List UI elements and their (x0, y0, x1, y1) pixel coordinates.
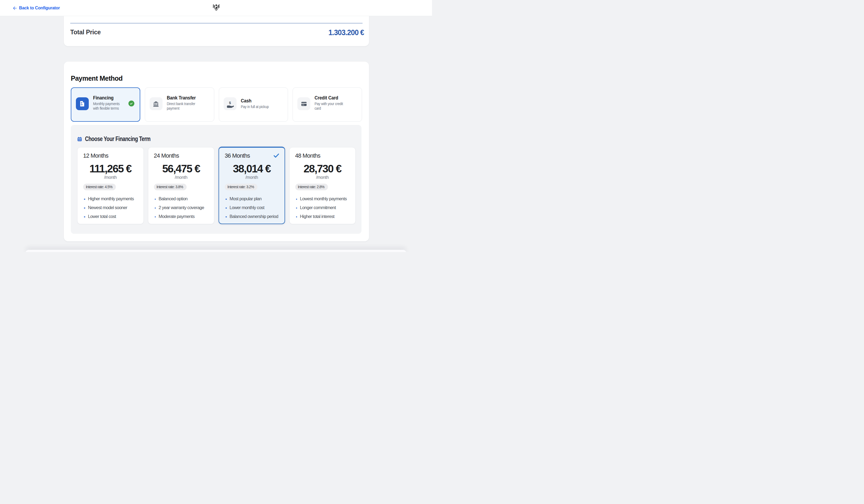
svg-text:$: $ (229, 100, 231, 105)
